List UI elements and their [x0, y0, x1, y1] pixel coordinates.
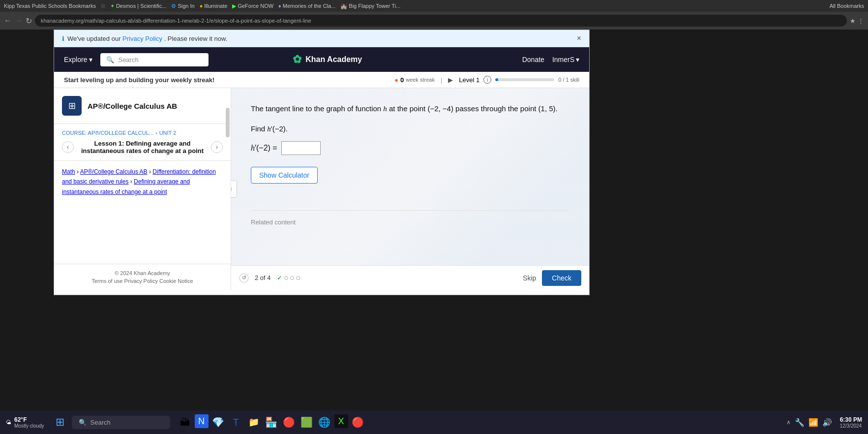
terms-link[interactable]: Terms of use — [91, 278, 122, 284]
clock-date: 12/3/2024 — [840, 423, 862, 429]
unit-breadcrumb-link[interactable]: UNIT 2 — [159, 130, 177, 136]
dot-4 — [296, 276, 300, 280]
taskbar-chrome[interactable]: 🌐 — [317, 414, 332, 430]
skip-button[interactable]: Skip — [523, 274, 536, 282]
collapse-sidebar-button[interactable]: ‹ — [231, 180, 237, 198]
privacy-policy-link[interactable]: Privacy Policy — [122, 35, 162, 42]
chevron-down-icon: ▾ — [576, 56, 579, 63]
bookmark-kipp[interactable]: Kipp Texas Public Schools Bookmarks — [4, 3, 96, 9]
privacy-bar: ℹ We've updated our Privacy Policy . Ple… — [54, 30, 589, 47]
ext-btn1[interactable]: ★ — [850, 17, 856, 25]
problem-question: Find h′(−2). — [251, 124, 569, 133]
next-arrow-icon: ▶ — [448, 76, 453, 84]
level-info: Level 1 i 0 / 1 skill — [459, 76, 579, 84]
system-tray: ∧ 🔧 📶 🔊 6:30 PM 12/3/2024 — [786, 416, 862, 429]
sidebar-scrollbar[interactable] — [226, 108, 230, 137]
related-content: Related content — [251, 210, 569, 226]
level-progress-bar — [495, 78, 554, 81]
chevron-down-icon: ▾ — [89, 56, 92, 63]
progress-dots: ✓ — [277, 274, 300, 281]
start-button[interactable]: ⊞ — [51, 413, 69, 431]
prev-lesson-button[interactable]: ‹ — [62, 141, 74, 153]
problem-equation: h′(−2) = — [251, 141, 569, 155]
privacy-link[interactable]: Privacy Policy — [124, 278, 158, 284]
taskbar-app-8[interactable]: 🟩 — [299, 414, 315, 430]
bookmark-illuminate[interactable]: ●Illuminate — [200, 3, 228, 9]
taskbar-search[interactable]: 🔍 Search — [72, 416, 170, 429]
wifi-icon[interactable]: 📶 — [808, 418, 818, 427]
back-btn[interactable]: ← — [4, 16, 12, 25]
taskbar-app-3[interactable]: 💎 — [210, 414, 226, 430]
bookmark-signin[interactable]: ⚙Sign In — [171, 3, 194, 9]
clock[interactable]: 6:30 PM 12/3/2024 — [840, 416, 862, 429]
nav-bar: Explore ▾ 🔍 Search ✿ Khan Academy Donate… — [54, 47, 589, 72]
donate-button[interactable]: Donate — [522, 56, 544, 63]
info-icon: ℹ — [62, 35, 64, 42]
taskbar-app-2[interactable]: N — [195, 414, 209, 428]
math-link[interactable]: Math — [62, 168, 75, 175]
taskbar-app-1[interactable]: 🏔 — [177, 414, 193, 430]
course-icon: ⊞ — [62, 96, 82, 116]
answer-input[interactable] — [281, 141, 321, 155]
weather-widget[interactable]: 🌤 62°F Mostly cloudy — [6, 416, 44, 429]
progress-text: 2 of 4 — [255, 274, 271, 281]
search-icon: 🔍 — [79, 419, 87, 426]
streak-message: Start leveling up and building your week… — [64, 76, 389, 84]
lesson-title: Lesson 1: Defining average and instantan… — [78, 140, 207, 155]
refresh-btn[interactable]: ↻ — [26, 16, 32, 26]
sidebar-footer: © 2024 Khan Academy Terms of use Privacy… — [54, 264, 231, 290]
equation-label: h′(−2) = — [251, 144, 277, 153]
check-button[interactable]: Check — [542, 270, 581, 286]
search-box[interactable]: 🔍 Search — [100, 53, 209, 66]
explore-menu[interactable]: Explore ▾ — [64, 56, 92, 63]
dot-2 — [284, 276, 288, 280]
ap-calc-link[interactable]: AP®/College Calculus AB — [80, 168, 148, 175]
course-title: AP®/College Calculus AB — [88, 102, 177, 110]
taskbar-app-9[interactable]: X — [334, 414, 348, 428]
skill-progress: 0 / 1 skill — [558, 77, 579, 83]
sidebar-header: ⊞ AP®/College Calculus AB — [54, 88, 231, 124]
bookmark-tower[interactable]: 🏰Big Flappy Tower Ti... — [340, 3, 400, 9]
taskbar-app-10[interactable]: 🔴 — [350, 414, 366, 430]
problem-content: The tangent line to the graph of functio… — [231, 88, 589, 260]
course-breadcrumb-link[interactable]: COURSE: AP®/COLLEGE CALCUL... — [62, 130, 153, 136]
progress-circle: ↺ — [239, 273, 249, 283]
info-icon: i — [483, 76, 491, 84]
sidebar-nav: COURSE: AP®/COLLEGE CALCUL... › UNIT 2 ‹… — [54, 124, 231, 161]
dot-3 — [290, 276, 294, 280]
tray-chevron-icon[interactable]: ∧ — [786, 419, 791, 426]
tray-icon-1: 🔧 — [795, 418, 805, 427]
volume-icon[interactable]: 🔊 — [822, 418, 832, 427]
user-menu[interactable]: InmerS ▾ — [552, 56, 579, 63]
dot-1-check: ✓ — [277, 274, 282, 281]
taskbar-app-6[interactable]: 🏪 — [264, 414, 279, 430]
close-icon[interactable]: × — [577, 34, 581, 43]
streak-count: ● 0 week streak — [394, 76, 435, 84]
cookie-link[interactable]: Cookie Notice — [159, 278, 193, 284]
streak-bar: Start leveling up and building your week… — [54, 72, 589, 88]
problem-statement: The tangent line to the graph of functio… — [251, 103, 569, 115]
next-lesson-button[interactable]: › — [211, 141, 223, 153]
temperature: 62°F — [14, 416, 44, 423]
taskbar-app-5[interactable]: 📁 — [246, 414, 262, 430]
all-bookmarks[interactable]: All Bookmarks — [830, 3, 864, 9]
level-bar-fill — [495, 78, 498, 81]
taskbar-app-4[interactable]: T — [228, 414, 244, 430]
search-icon: 🔍 — [106, 56, 114, 63]
copyright: © 2024 Khan Academy — [62, 270, 223, 276]
bookmark-desmos[interactable]: ✦Desmos | Scientific... — [110, 3, 167, 9]
footer-actions: Skip Check — [523, 270, 581, 286]
main-area: ⊞ AP®/College Calculus AB COURSE: AP®/CO… — [54, 88, 589, 290]
breadcrumb: COURSE: AP®/COLLEGE CALCUL... › UNIT 2 — [62, 130, 223, 136]
weather-icon: 🌤 — [6, 419, 11, 425]
forward-btn[interactable]: → — [15, 16, 23, 25]
ext-btn2[interactable]: ⋮ — [858, 17, 864, 25]
nav-right: Donate InmerS ▾ — [522, 56, 579, 63]
show-calculator-button[interactable]: Show Calculator — [251, 167, 318, 184]
problem-area: ‹ The tangent line to the graph of funct… — [231, 88, 589, 290]
bookmark-memories[interactable]: ♦Memories of the Cla... — [278, 3, 335, 9]
bookmark-geforce[interactable]: ▶GeForce NOW — [232, 3, 273, 9]
lesson-nav: ‹ Lesson 1: Defining average and instant… — [62, 140, 223, 155]
sidebar-links: Math › AP®/College Calculus AB › Differe… — [54, 161, 231, 264]
taskbar-app-7[interactable]: 🔴 — [281, 414, 297, 430]
